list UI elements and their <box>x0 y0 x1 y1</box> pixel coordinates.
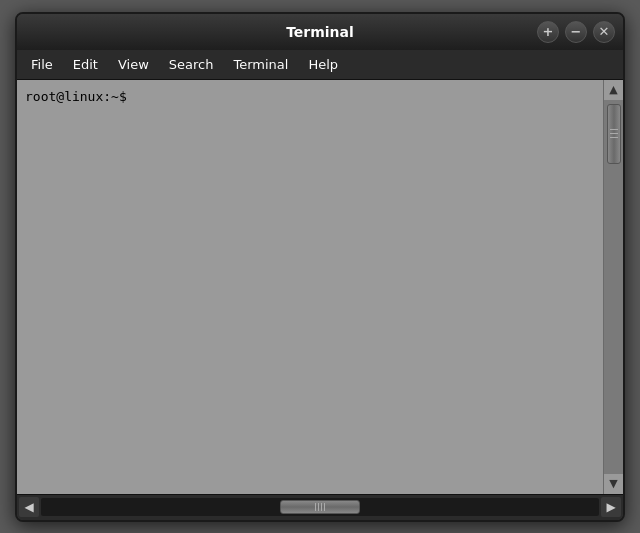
scroll-thumb-grip <box>610 129 618 138</box>
scroll-track-vertical <box>604 100 623 474</box>
scroll-thumb-vertical[interactable] <box>607 104 621 164</box>
scrollbar-horizontal: ◀ ▶ <box>17 494 623 520</box>
menu-view[interactable]: View <box>108 53 159 76</box>
content-area: root@linux:~$ ▲ ▼ <box>17 80 623 494</box>
menu-help[interactable]: Help <box>298 53 348 76</box>
scroll-right-arrow[interactable]: ▶ <box>601 497 621 517</box>
h-grip-line-3 <box>321 503 322 511</box>
window-title: Terminal <box>105 24 535 40</box>
grip-line-2 <box>610 133 618 134</box>
scroll-thumb-horizontal[interactable] <box>280 500 360 514</box>
menu-search[interactable]: Search <box>159 53 224 76</box>
h-grip-line-2 <box>318 503 319 511</box>
close-button[interactable]: ✕ <box>593 21 615 43</box>
scroll-left-arrow[interactable]: ◀ <box>19 497 39 517</box>
menu-bar: File Edit View Search Terminal Help <box>17 50 623 80</box>
window-controls: + − ✕ <box>535 21 615 43</box>
h-grip-line-4 <box>324 503 325 511</box>
menu-file[interactable]: File <box>21 53 63 76</box>
menu-edit[interactable]: Edit <box>63 53 108 76</box>
terminal-body[interactable]: root@linux:~$ <box>17 80 603 494</box>
menu-terminal[interactable]: Terminal <box>223 53 298 76</box>
title-bar: Terminal + − ✕ <box>17 14 623 50</box>
grip-line-3 <box>610 137 618 138</box>
h-grip-line-1 <box>315 503 316 511</box>
grip-line-1 <box>610 129 618 130</box>
add-button[interactable]: + <box>537 21 559 43</box>
terminal-prompt: root@linux:~$ <box>25 89 127 104</box>
terminal-window: Terminal + − ✕ File Edit View Search Ter… <box>15 12 625 522</box>
scroll-track-horizontal <box>41 498 599 516</box>
scrollbar-vertical: ▲ ▼ <box>603 80 623 494</box>
minimize-button[interactable]: − <box>565 21 587 43</box>
scroll-down-arrow[interactable]: ▼ <box>604 474 624 494</box>
scroll-up-arrow[interactable]: ▲ <box>604 80 624 100</box>
